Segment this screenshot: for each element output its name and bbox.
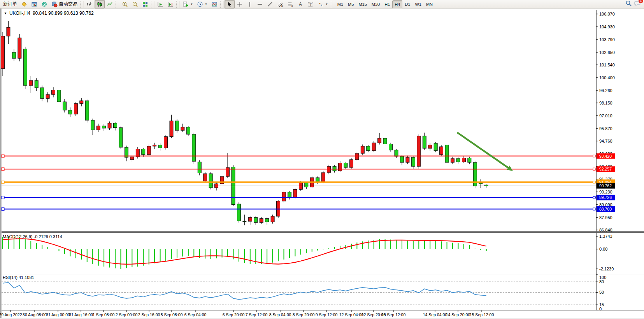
template-button[interactable] (209, 0, 219, 9)
line-handle[interactable] (593, 181, 595, 183)
candle (80, 101, 83, 103)
clock-icon (197, 1, 203, 7)
line-handle[interactable] (593, 208, 595, 210)
candle (209, 174, 212, 188)
line-handle[interactable] (2, 196, 4, 199)
text-button[interactable]: A (295, 0, 305, 9)
candle (85, 101, 89, 120)
candle (12, 52, 16, 58)
candle (440, 147, 443, 155)
svg-text:101.540: 101.540 (599, 63, 615, 67)
charts-window-button[interactable] (29, 0, 39, 9)
candle (186, 127, 190, 134)
svg-text:80: 80 (599, 279, 604, 284)
line-handle[interactable] (2, 207, 4, 210)
timeframe-m5[interactable]: M5 (346, 0, 356, 8)
auto-trading-button[interactable]: 自动交易 (49, 0, 79, 9)
horizontal-line-button[interactable] (255, 0, 265, 9)
trendline-button[interactable] (265, 0, 275, 9)
timeframe-m30[interactable]: M30 (369, 0, 382, 8)
ohlc-values: 90.841 90.899 90.613 90.762 (33, 10, 94, 16)
zoomout-icon (132, 1, 138, 7)
newchart-icon (182, 1, 189, 7)
macd-indicator-label: MACD(12,26,9) -0.2129 0.3114 (3, 234, 62, 239)
line-handle[interactable] (593, 168, 595, 170)
candle (462, 158, 465, 162)
candle (119, 127, 123, 147)
crosshair-button[interactable] (235, 0, 245, 9)
autotrade-icon (51, 1, 58, 7)
tile-windows-button[interactable] (140, 0, 150, 9)
dropdown-arrow-icon[interactable]: ▼ (325, 3, 328, 5)
timeframe-mn[interactable]: MN (424, 0, 435, 8)
candle (383, 138, 387, 144)
new-order-button[interactable]: 新订单 (1, 0, 19, 9)
candle (97, 126, 100, 130)
new-chart-button[interactable]: ▼ (181, 0, 195, 9)
line-handle[interactable] (593, 196, 595, 199)
timeframe-w1[interactable]: W1 (412, 0, 424, 8)
line-chart-button[interactable] (105, 0, 115, 9)
candle (136, 149, 139, 157)
svg-text:A: A (299, 2, 302, 7)
candle (114, 123, 117, 128)
cursor-button[interactable] (225, 0, 235, 9)
channel-button[interactable]: E (275, 0, 285, 9)
svg-text:86.840: 86.840 (599, 228, 612, 232)
svg-text:104.930: 104.930 (599, 24, 615, 29)
timeframe-h4[interactable]: H4 (392, 0, 402, 8)
candle (57, 90, 61, 102)
chart-canvas[interactable]: 106.070104.930103.790102.650101.540100.4… (0, 9, 644, 319)
market-watch-button[interactable] (39, 0, 49, 9)
line-handle[interactable] (2, 168, 4, 171)
period-clock-button[interactable]: ▼ (195, 0, 209, 9)
line-handle[interactable] (2, 155, 4, 157)
timeframe-w1-label: W1 (415, 2, 421, 7)
svg-text:T: T (309, 2, 312, 6)
timeframe-m5-label: M5 (348, 2, 354, 7)
dropdown-arrow-icon[interactable]: ▼ (205, 3, 207, 5)
tiles-icon (142, 1, 148, 7)
line-handle[interactable] (2, 181, 4, 183)
candle (305, 183, 308, 187)
chevron-down-icon[interactable]: ▼ (4, 12, 7, 15)
auto-scroll-button[interactable] (155, 0, 165, 9)
candle (400, 156, 404, 162)
label-button[interactable]: T (305, 0, 316, 9)
zoom-out-button[interactable] (130, 0, 140, 9)
hline-icon (257, 1, 263, 7)
arrows-button[interactable]: ▼ (316, 0, 330, 9)
timeframe-d1[interactable]: D1 (402, 0, 412, 8)
candle (248, 218, 252, 221)
candle (445, 145, 449, 162)
svg-text:87.950: 87.950 (599, 215, 612, 220)
chart-shift-button[interactable] (165, 0, 175, 9)
timeframe-m15[interactable]: M15 (356, 0, 369, 8)
symbols-button[interactable] (19, 0, 29, 9)
symbol-period-label: UKOil-,H4 (9, 10, 30, 16)
candle (52, 90, 55, 95)
trend-arrow[interactable] (457, 132, 510, 169)
candle (406, 157, 409, 162)
chart-window[interactable]: 106.070104.930103.790102.650101.540100.4… (0, 9, 644, 319)
chat-button[interactable]: 1 (634, 0, 641, 8)
fibonacci-button[interactable]: F (285, 0, 295, 9)
svg-text:0: 0 (599, 307, 602, 311)
zoom-in-button[interactable] (120, 0, 130, 9)
candle (265, 219, 269, 222)
candle (142, 149, 145, 154)
timeframe-h1[interactable]: H1 (382, 0, 392, 8)
candle (158, 145, 162, 148)
search-button[interactable] (625, 0, 632, 8)
candle (147, 146, 151, 155)
line-handle[interactable] (593, 155, 595, 157)
bar-chart-button[interactable] (84, 0, 95, 9)
price-tag: 90.762 (599, 183, 612, 188)
timeframe-m1[interactable]: M1 (335, 0, 346, 8)
crosshair-icon (237, 1, 243, 7)
toolbar-separator (331, 1, 334, 8)
vertical-line-button[interactable] (245, 0, 255, 9)
candlestick-chart-button[interactable] (95, 0, 105, 9)
dropdown-arrow-icon[interactable]: ▼ (190, 3, 193, 5)
svg-text:6 Sep 20:00: 6 Sep 20:00 (223, 312, 245, 317)
